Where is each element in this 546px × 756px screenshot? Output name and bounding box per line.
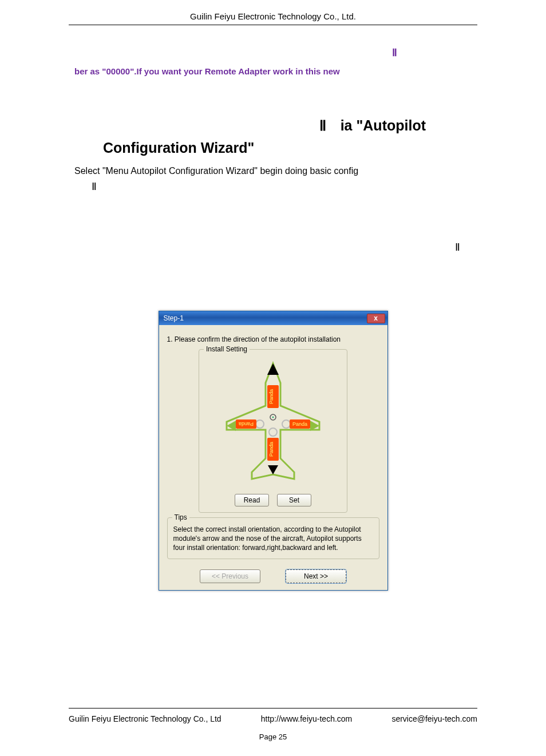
pi-symbol-right: Ⅱ <box>74 241 472 254</box>
pos-circle <box>269 428 277 436</box>
section-heading-line1: Ⅱ ia "Autopilot <box>74 117 472 134</box>
dialog-titlebar[interactable]: Step-1 x <box>159 311 387 325</box>
wizard-dialog: Step-1 x 1. Please confirm the direction… <box>159 311 388 591</box>
dialog-body: 1. Please confirm the direction of the a… <box>159 325 387 590</box>
footer-rule <box>69 708 477 708</box>
purple-fragment-line: ber as "00000".If you want your Remote A… <box>74 63 472 80</box>
tips-text: Select the correct install orientation, … <box>173 525 373 553</box>
set-button[interactable]: Set <box>277 494 311 506</box>
heading-text-1: ia "Autopilot <box>341 117 426 133</box>
step-instruction: 1. Please confirm the direction of the a… <box>167 335 379 343</box>
pi-symbol: Ⅱ <box>455 242 460 253</box>
section-heading-line2: Configuration Wizard" <box>74 140 472 156</box>
tips-group: Tips Select the correct install orientat… <box>167 517 379 559</box>
pos-circle <box>256 420 264 428</box>
dialog-title: Step-1 <box>164 314 184 322</box>
body-area: Ⅱ ber as "00000".If you want your Remote… <box>0 25 546 591</box>
pos-circle <box>282 420 290 428</box>
footer-company: Guilin Feiyu Electronic Technology Co., … <box>69 714 221 723</box>
close-button[interactable]: x <box>367 314 385 323</box>
arrow-down-icon <box>268 465 278 474</box>
paragraph-text: Select "Menu Autopilot Configuration Wiz… <box>74 164 472 178</box>
pi-symbol-below: Ⅱ <box>74 180 472 193</box>
panda-label: Panda <box>268 442 274 457</box>
page-number: Page 25 <box>0 733 546 741</box>
plane-diagram: Panda Panda Panda Panda <box>205 357 341 492</box>
plane-svg: Panda Panda Panda Panda <box>219 360 327 486</box>
footer-email: service@feiyu-tech.com <box>391 714 477 723</box>
pi-symbol: Ⅱ <box>392 47 397 58</box>
pi-symbol: Ⅱ <box>319 118 326 133</box>
read-button[interactable]: Read <box>235 494 269 506</box>
panda-label: Panda <box>292 421 307 427</box>
page-footer: Guilin Feiyu Electronic Technology Co., … <box>0 708 546 741</box>
panda-label: Panda <box>239 421 254 427</box>
page-header-title: Guilin Feiyu Electronic Technology Co., … <box>0 6 546 25</box>
arrow-up-icon <box>267 363 279 375</box>
center-dot-fill <box>272 417 274 418</box>
close-icon: x <box>374 314 378 322</box>
panda-label: Panda <box>268 389 274 404</box>
pi-symbol: Ⅱ <box>92 181 97 192</box>
install-setting-group: Install Setting <box>199 349 347 513</box>
tips-title: Tips <box>172 513 189 521</box>
install-setting-title: Install Setting <box>204 345 250 353</box>
next-button[interactable]: Next >> <box>286 569 346 583</box>
previous-button: << Previous <box>200 569 260 583</box>
footer-url: http://www.feiyu-tech.com <box>261 714 353 723</box>
purple-fragment-pi: Ⅱ <box>74 42 472 63</box>
